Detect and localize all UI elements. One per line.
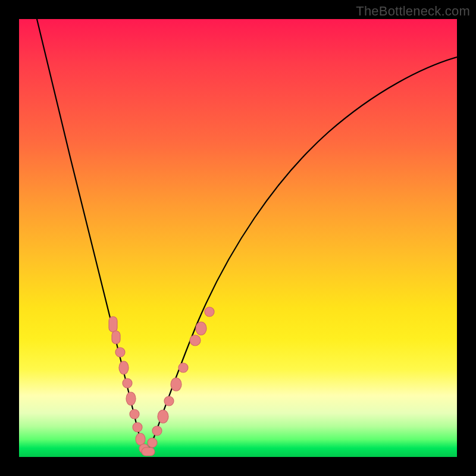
dot bbox=[136, 433, 145, 445]
dot bbox=[115, 347, 125, 357]
dot bbox=[123, 378, 132, 388]
dot bbox=[190, 335, 201, 346]
watermark-text: TheBottleneck.com bbox=[356, 4, 470, 19]
dot bbox=[109, 317, 117, 332]
chart-svg bbox=[19, 19, 457, 457]
dot bbox=[148, 438, 157, 447]
bottleneck-curve bbox=[37, 19, 457, 453]
dot bbox=[119, 361, 129, 374]
dot bbox=[112, 331, 120, 344]
dot bbox=[205, 307, 214, 317]
dot bbox=[158, 410, 168, 423]
dot-bottom bbox=[142, 447, 155, 456]
dot bbox=[152, 426, 162, 436]
dot bbox=[133, 422, 142, 432]
dot bbox=[130, 409, 139, 419]
dot bbox=[164, 396, 174, 406]
dot bbox=[126, 392, 136, 405]
highlight-dots-right bbox=[148, 307, 214, 447]
chart-frame: TheBottleneck.com bbox=[0, 0, 476, 476]
highlight-dots-left bbox=[109, 317, 149, 453]
dot bbox=[196, 322, 206, 335]
dot bbox=[171, 378, 181, 391]
dot bbox=[178, 363, 188, 372]
